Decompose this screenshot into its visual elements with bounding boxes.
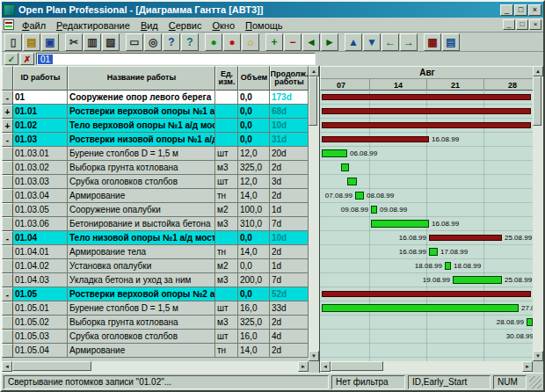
table-row[interactable]: 01.05.04Армированиетн14,02d	[2, 344, 309, 358]
gantt-bar-summary[interactable]	[429, 235, 502, 241]
unlink-activities-icon[interactable]: ►	[321, 33, 338, 51]
copy-icon[interactable]: ▥	[84, 33, 101, 51]
table-row[interactable]: -01.05Ростверки верховой опоры №2 а/д0,0…	[2, 287, 309, 301]
gantt-bar-summary[interactable]	[322, 94, 531, 100]
scrollbar-thumb[interactable]	[309, 76, 317, 126]
column-header-id[interactable]: ID работы	[13, 66, 68, 91]
time-analysis-icon[interactable]: ●	[205, 33, 222, 51]
column-header-volume[interactable]: Объем	[238, 66, 270, 91]
open-folder-icon[interactable]: ▤	[23, 33, 40, 51]
scroll-down-icon[interactable]: ▼	[533, 351, 543, 361]
context-help-icon[interactable]: ?	[181, 33, 199, 51]
gantt-bar-task[interactable]	[322, 304, 519, 312]
cut-icon[interactable]: ✂	[65, 33, 83, 51]
gantt-vertical-scrollbar[interactable]: ▲ ▼	[533, 66, 543, 361]
expand-toggle[interactable]: -	[2, 231, 13, 245]
gantt-bar-summary[interactable]	[322, 291, 531, 297]
table-row[interactable]: 01.03.05Сооружение опалубким2100,01d	[2, 203, 309, 217]
table-row[interactable]: -01.03Ростверки низовой опоры №1 а/д м0,…	[2, 133, 309, 147]
scroll-right-icon[interactable]: ►	[298, 361, 309, 372]
mdi-close-button[interactable]: ×	[529, 19, 541, 30]
cancel-icon[interactable]: ✗	[20, 53, 34, 65]
gantt-bar-summary[interactable]	[322, 122, 531, 128]
scrollbar-track[interactable]	[533, 76, 543, 351]
gantt-bar-task[interactable]	[445, 262, 451, 270]
table-vertical-scrollbar[interactable]: ▲ ▼	[309, 66, 319, 361]
cost-analysis-icon[interactable]: ☼	[242, 33, 259, 51]
move-down-icon[interactable]: ▼	[363, 33, 381, 51]
gantt-bar-task[interactable]	[347, 178, 357, 185]
save-icon[interactable]: ▣	[41, 33, 59, 51]
gantt-bar-task[interactable]	[322, 149, 347, 157]
table-row[interactable]: -01Сооружение опор левого берега0,0173d	[2, 91, 309, 105]
print-preview-icon[interactable]: ◎	[144, 33, 162, 51]
table-row[interactable]: +01.02Тело верховой опоры №1 а/д моста0,…	[2, 119, 309, 133]
table-row[interactable]: 01.05.01Бурение столбов D = 1,5 мшт16,03…	[2, 301, 309, 316]
scroll-right-icon[interactable]: ►	[522, 361, 533, 372]
table-view-icon[interactable]: ▤	[442, 33, 460, 51]
close-button[interactable]: ×	[528, 4, 541, 16]
scrollbar-track[interactable]	[309, 76, 319, 351]
indent-icon[interactable]: →	[400, 33, 418, 51]
column-header-unit[interactable]: Ед. изм.	[215, 66, 238, 91]
scrollbar-thumb[interactable]	[12, 361, 91, 371]
scroll-up-icon[interactable]: ▲	[309, 66, 319, 76]
scrollbar-thumb[interactable]	[331, 361, 383, 371]
minimize-button[interactable]: _	[500, 4, 513, 16]
scroll-down-icon[interactable]: ▼	[309, 351, 319, 361]
table-horizontal-scrollbar[interactable]: ◄ ►	[2, 361, 309, 373]
gantt-bar-task[interactable]	[371, 220, 429, 228]
table-row[interactable]: +01.01Ростверки верховой опоры №1 а/д0,0…	[2, 105, 309, 119]
gantt-bar-task[interactable]	[429, 248, 438, 256]
menu-item-помощь[interactable]: Помощь	[240, 19, 288, 32]
scroll-up-icon[interactable]: ▲	[533, 66, 543, 76]
gantt-bar-summary[interactable]	[322, 108, 531, 114]
menu-item-окно[interactable]: Окно	[207, 19, 240, 32]
table-row[interactable]: 01.03.06Бетонирование и выстойка бетонам…	[2, 217, 309, 231]
cell-edit-input[interactable]: 01	[36, 53, 316, 65]
table-row[interactable]: 01.03.01Бурение столбов D = 1,5 мшт12,02…	[2, 147, 309, 161]
move-up-icon[interactable]: ▲	[345, 33, 362, 51]
document-icon[interactable]	[4, 19, 14, 30]
table-row[interactable]: 01.04.03Укладка бетона и уход за нимм320…	[2, 273, 309, 287]
link-activities-icon[interactable]: ◄	[302, 33, 320, 51]
help-icon[interactable]: ?	[163, 33, 180, 51]
gantt-bar-summary[interactable]	[322, 136, 429, 142]
table-row[interactable]: 01.05.02Выборка грунта котлованам3325,02…	[2, 316, 309, 330]
gantt-bar-task[interactable]	[371, 206, 377, 214]
expand-toggle[interactable]: -	[2, 133, 13, 147]
delete-activity-icon[interactable]: −	[284, 33, 302, 51]
mdi-restore-button[interactable]: □	[516, 19, 528, 30]
menu-item-файл[interactable]: Файл	[17, 19, 51, 32]
menu-item-вид[interactable]: Вид	[135, 19, 164, 32]
table-row[interactable]: 01.04.01Армирование телатн14,02d	[2, 245, 309, 259]
table-row[interactable]: 01.03.02Выборка грунта котлованам3325,02…	[2, 161, 309, 175]
expand-toggle[interactable]: +	[2, 119, 13, 133]
gantt-bar-task[interactable]	[355, 192, 364, 200]
menu-item-редактирование[interactable]: Редактирование	[51, 19, 135, 32]
paste-icon[interactable]: ▧	[102, 33, 120, 51]
outdent-icon[interactable]: ←	[382, 33, 399, 51]
column-header-name[interactable]: Название работы	[68, 66, 215, 91]
table-row[interactable]: 01.03.03Срубка оголовков столбовшт12,03d	[2, 175, 309, 189]
column-header-duration[interactable]: Продолж. работы	[270, 66, 309, 91]
resource-analysis-icon[interactable]: ●	[223, 33, 241, 51]
table-row[interactable]: 01.05.03Срубка оголовков столбовшт16,04d	[2, 330, 309, 344]
gantt-horizontal-scrollbar[interactable]: ◄ ►	[320, 361, 533, 373]
gantt-bar-task[interactable]	[341, 163, 349, 171]
restore-button[interactable]: □	[514, 4, 527, 16]
scrollbar-track[interactable]	[12, 361, 298, 373]
print-icon[interactable]: ▭	[126, 33, 143, 51]
table-row[interactable]: 01.04.02Установка опалубким20,01d	[2, 259, 309, 273]
gantt-bar-task[interactable]	[527, 318, 533, 326]
scroll-left-icon[interactable]: ◄	[320, 361, 331, 372]
scroll-left-icon[interactable]: ◄	[2, 361, 12, 372]
confirm-icon[interactable]: ✓	[4, 53, 18, 65]
add-activity-icon[interactable]: +	[265, 33, 283, 51]
expand-toggle[interactable]: -	[2, 287, 13, 301]
gantt-bar-task[interactable]	[453, 276, 502, 284]
table-row[interactable]: -01.04Тело низовой опоры №1 а/д моста0,0…	[2, 231, 309, 245]
expand-toggle[interactable]: +	[2, 105, 13, 119]
expand-toggle[interactable]: -	[2, 91, 13, 105]
table-row[interactable]: 01.03.04Армированиетн14,02d	[2, 189, 309, 203]
